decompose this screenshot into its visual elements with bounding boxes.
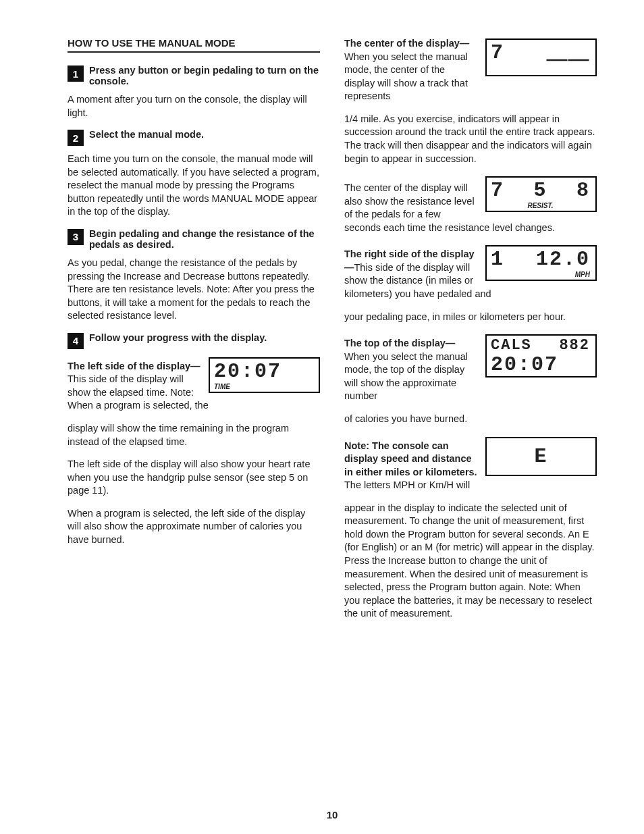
- top-after: of calories you have burned.: [344, 413, 597, 426]
- center-body: When you select the manual mode, the cen…: [344, 51, 468, 102]
- lcd-cals-figure: CALS 882 20:07: [485, 334, 597, 377]
- step-2: 2 Select the manual mode.: [68, 129, 320, 146]
- step-4: 4 Follow your progress with the display.: [68, 332, 320, 349]
- page-number: 10: [68, 789, 597, 834]
- step-1: 1 Press any button or begin pedaling to …: [68, 65, 320, 86]
- lcd-mph-left: 1: [491, 249, 504, 269]
- lcd-resist-label: RESIST.: [491, 202, 590, 209]
- step-title: Select the manual mode.: [89, 129, 204, 140]
- lcd-time-label: TIME: [214, 383, 313, 390]
- top-body: When you select the manual mode, the top…: [344, 351, 468, 402]
- top-lead: The top of the display—: [344, 338, 455, 348]
- step-text: As you pedal, change the resistance of t…: [68, 257, 320, 323]
- step-number-icon: 2: [68, 130, 84, 146]
- note-body: The letters MPH or Km/H will: [344, 479, 470, 490]
- lcd-time-figure: 20:07 TIME: [209, 357, 320, 393]
- step-number-icon: 1: [68, 66, 84, 82]
- step-title: Follow your progress with the display.: [89, 332, 267, 343]
- lcd-track-left: 7: [491, 43, 504, 63]
- center-lead: The center of the display—: [344, 38, 469, 49]
- step-text: Each time you turn on the console, the m…: [68, 153, 320, 219]
- step-number-icon: 4: [68, 333, 84, 349]
- step-3: 3 Begin pedaling and change the resistan…: [68, 228, 320, 250]
- left-p2: The left side of the display will also s…: [68, 458, 320, 498]
- left-side-body: This side of the display will show the e…: [68, 373, 209, 411]
- rightside-body: This side of the display will show the d…: [344, 262, 491, 299]
- lcd-resist-mid: 5: [533, 180, 547, 201]
- lcd-track-figure: 7 ⸏⸏: [485, 38, 597, 76]
- step-text: A moment after you turn on the console, …: [68, 93, 320, 120]
- left-side-after: display will show the time remaining in …: [68, 422, 320, 448]
- left-p3: When a program is selected, the left sid…: [68, 507, 320, 547]
- step-title: Begin pedaling and change the resistance…: [89, 228, 320, 250]
- lcd-cals-label: CALS: [491, 338, 532, 353]
- lcd-track-right: ⸏⸏: [547, 43, 590, 63]
- note-lead: Note: The console can display speed and …: [344, 440, 477, 477]
- left-side-lead: The left side of the display—: [68, 361, 200, 371]
- lcd-resist-right: 8: [576, 180, 590, 201]
- lcd-resist-left: 7: [491, 180, 504, 201]
- lcd-mph-figure: 1 12.0 MPH: [485, 245, 597, 281]
- lcd-mph-right: 12.0: [536, 249, 590, 269]
- lcd-time-value: 20:07: [214, 361, 313, 382]
- lcd-cals-value: 882: [559, 338, 590, 353]
- lcd-cals-time: 20:07: [491, 355, 590, 375]
- lcd-mph-label: MPH: [491, 271, 590, 278]
- center-after: 1/4 mile. As you exercise, indicators wi…: [344, 113, 597, 165]
- step-number-icon: 3: [68, 229, 84, 245]
- step-title: Press any button or begin pedaling to tu…: [89, 65, 320, 86]
- section-heading: HOW TO USE THE MANUAL MODE: [68, 37, 320, 53]
- lcd-unit-value: E: [534, 445, 547, 468]
- note-after: appear in the display to indicate the se…: [344, 502, 597, 621]
- lcd-resist-figure: 7 5 8 RESIST.: [485, 176, 597, 212]
- lcd-unit-figure: E: [485, 437, 597, 476]
- rightside-after: your pedaling pace, in miles or kilomete…: [344, 311, 597, 324]
